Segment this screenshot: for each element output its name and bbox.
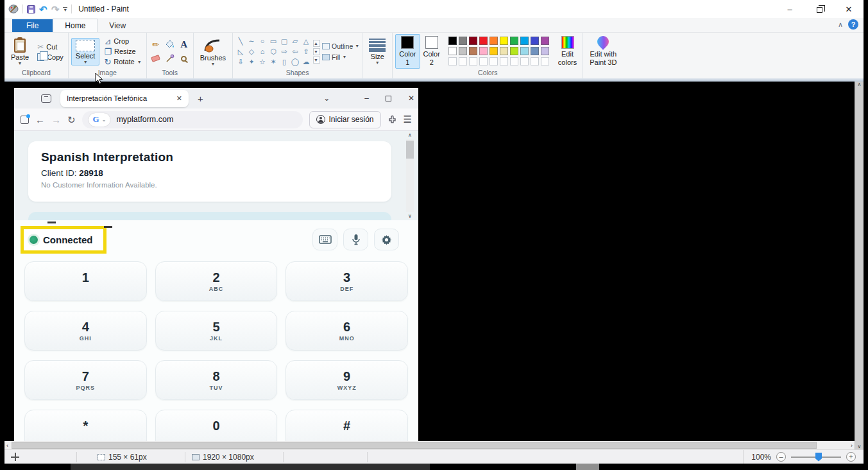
color-swatch-empty[interactable] (531, 57, 539, 65)
color1-button[interactable]: Color 1 (395, 34, 420, 69)
fill-icon[interactable] (166, 40, 174, 49)
color-swatch[interactable] (459, 37, 467, 45)
shapes-scroll-up-icon[interactable]: ▲ (313, 40, 320, 47)
color-swatch[interactable] (541, 37, 549, 45)
undo-icon[interactable]: ↶ (39, 4, 47, 14)
outline-button[interactable]: Outline▼ (322, 42, 359, 50)
customize-toolbar-icon[interactable]: ▾ (63, 7, 67, 12)
cut-button[interactable]: ✂ Cut (35, 42, 65, 51)
shapes-more-icon[interactable]: ▼ (313, 57, 320, 64)
color-swatch[interactable] (510, 47, 518, 55)
shape-five-point-star-icon[interactable]: ☆ (257, 57, 268, 67)
keypad-key-3[interactable]: 3DEF (285, 261, 408, 301)
select-button[interactable]: Select▼ (71, 38, 100, 65)
shape-right-arrow-icon[interactable]: ⇨ (279, 47, 289, 57)
rotate-button[interactable]: ↻ Rotate▼ (102, 58, 143, 66)
collapse-ribbon-icon[interactable]: ∧ (838, 21, 843, 29)
canvas-vertical-scrollbar[interactable]: ∧ ∨ (855, 82, 864, 449)
shape-cloud-callout-icon[interactable]: ☁ (301, 57, 311, 67)
shape-four-point-star-icon[interactable]: ✦ (246, 57, 257, 67)
keypad-key-6[interactable]: 6MNO (285, 311, 408, 351)
color-swatch[interactable] (541, 47, 549, 55)
shape-diamond-icon[interactable]: ◇ (246, 47, 257, 57)
keypad-key-9[interactable]: 9WXYZ (285, 360, 408, 400)
browser-minimize-icon[interactable]: – (364, 94, 369, 103)
canvas[interactable]: Interpretación Telefónica ✕ + ⌄ – ✕ ← → … (4, 82, 864, 449)
shape-left-arrow-icon[interactable]: ⇦ (290, 47, 300, 57)
help-icon[interactable]: ? (848, 19, 858, 30)
keyboard-button[interactable] (312, 229, 337, 250)
shape-line-icon[interactable]: ╲ (235, 37, 246, 46)
eraser-icon[interactable] (151, 55, 160, 62)
size-button[interactable]: Size▼ (365, 37, 389, 65)
back-icon[interactable]: ← (35, 115, 45, 125)
edit-with-paint3d-button[interactable]: Edit with Paint 3D (586, 35, 620, 68)
color2-button[interactable]: Color 2 (420, 35, 443, 68)
edit-colors-button[interactable]: Edit colors (555, 35, 580, 68)
color-swatch[interactable] (469, 47, 477, 55)
shapes-scroll-down-icon[interactable]: ▼ (313, 48, 320, 55)
tab-home[interactable]: Home (53, 19, 98, 32)
url-bar[interactable]: G ⌄ myplatform.com (82, 111, 303, 128)
scroll-thumb[interactable] (406, 141, 414, 159)
microphone-button[interactable] (343, 229, 368, 250)
shape-down-arrow-icon[interactable]: ⇩ (235, 57, 246, 67)
menu-icon[interactable]: ☰ (404, 114, 412, 125)
canvas-hscroll-thumb[interactable] (12, 442, 817, 449)
sidebar-icon[interactable] (21, 116, 29, 124)
copy-button[interactable]: Copy (35, 53, 65, 61)
color-swatch-empty[interactable] (469, 57, 477, 65)
shape-six-point-star-icon[interactable]: ✶ (268, 57, 278, 67)
canvas-scroll-up-icon[interactable]: ∧ (858, 82, 862, 87)
shape-triangle-icon[interactable]: △ (301, 37, 311, 46)
color-swatch-empty[interactable] (479, 57, 488, 65)
color-swatch-empty[interactable] (520, 57, 529, 65)
minimize-button[interactable]: – (775, 0, 804, 18)
color-swatch[interactable] (531, 47, 539, 55)
color-swatch-empty[interactable] (459, 57, 467, 65)
shape-oval-icon[interactable]: ○ (257, 37, 268, 46)
shape-pentagon-icon[interactable]: ⌂ (257, 47, 268, 57)
shape-up-arrow-icon[interactable]: ⇧ (301, 47, 311, 57)
reload-icon[interactable]: ↻ (67, 115, 76, 125)
canvas-scroll-right-icon[interactable]: › (849, 442, 855, 449)
color-swatch[interactable] (500, 47, 508, 55)
close-button[interactable]: ✕ (834, 0, 864, 18)
color-swatch[interactable] (510, 37, 518, 45)
fill-button[interactable]: Fill▼ (322, 53, 359, 61)
color-swatch-empty[interactable] (541, 57, 549, 65)
page-scrollbar[interactable]: ∧ ∨ (405, 132, 414, 219)
zoom-slider-thumb[interactable] (815, 453, 822, 462)
firefox-view-icon[interactable] (41, 94, 51, 103)
color-swatch-empty[interactable] (489, 57, 498, 65)
color-swatch[interactable] (479, 37, 488, 45)
settings-button[interactable] (374, 229, 399, 250)
text-tool-icon[interactable]: A (180, 39, 187, 50)
signin-button[interactable]: Iniciar sesión (309, 111, 381, 128)
shape-polygon-icon[interactable]: ▱ (290, 37, 300, 46)
color-swatch-empty[interactable] (510, 57, 518, 65)
color-swatch[interactable] (448, 47, 457, 55)
shape-oval-callout-icon[interactable]: ◯ (290, 57, 300, 67)
shape-right-triangle-icon[interactable]: ◺ (235, 47, 246, 57)
browser-maximize-icon[interactable] (386, 96, 391, 101)
canvas-horizontal-scrollbar[interactable]: ‹ › (4, 441, 855, 449)
keypad-key-8[interactable]: 8TUV (155, 360, 278, 400)
keypad-key-5[interactable]: 5JKL (155, 311, 278, 351)
shape-hexagon-icon[interactable]: ⬡ (268, 47, 278, 57)
color-swatch[interactable] (520, 37, 529, 45)
color-swatch[interactable] (469, 37, 477, 45)
shape-rectangle-icon[interactable]: ▭ (268, 37, 278, 46)
browser-tab[interactable]: Interpretación Telefónica ✕ (60, 90, 189, 107)
scroll-down-icon[interactable]: ∨ (408, 213, 412, 219)
shape-rounded-callout-icon[interactable]: ▯ (279, 57, 289, 67)
pencil-icon[interactable]: ✏ (152, 40, 159, 49)
list-all-tabs-icon[interactable]: ⌄ (323, 94, 330, 103)
color-swatch[interactable] (448, 37, 457, 45)
color-picker-icon[interactable] (166, 54, 174, 63)
magnifier-icon[interactable] (181, 56, 187, 62)
color-swatch[interactable] (459, 47, 467, 55)
color-swatch[interactable] (489, 37, 498, 45)
color-swatch-empty[interactable] (448, 57, 457, 65)
scroll-up-icon[interactable]: ∧ (408, 132, 412, 138)
